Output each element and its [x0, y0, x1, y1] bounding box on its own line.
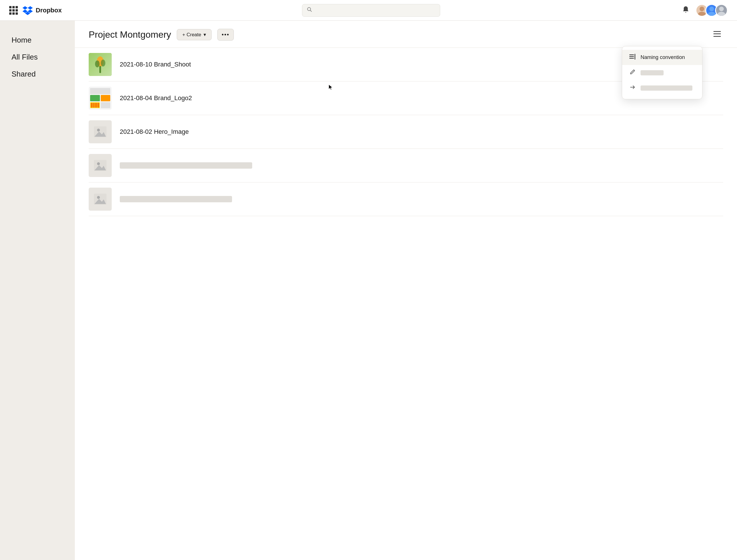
- svg-point-15: [95, 60, 100, 67]
- file-name: 2021-08-02 Hero_Image: [120, 128, 189, 136]
- file-name-placeholder: [120, 196, 232, 202]
- table-row[interactable]: [89, 182, 723, 216]
- naming-icon: [629, 54, 636, 61]
- avatar-user3[interactable]: [715, 4, 728, 17]
- file-thumbnail: [89, 53, 112, 76]
- file-thumbnail: [89, 87, 112, 110]
- svg-rect-29: [629, 58, 634, 59]
- svg-point-2: [700, 7, 704, 11]
- logo-area[interactable]: Dropbox: [22, 5, 62, 16]
- content-header: Project Montgomery + Create ▾ •••: [75, 21, 737, 48]
- svg-rect-28: [635, 54, 635, 60]
- sidebar-item-home[interactable]: Home: [7, 32, 68, 48]
- topbar-left: Dropbox: [9, 5, 62, 16]
- svg-rect-8: [713, 31, 721, 32]
- sidebar-item-all-files[interactable]: All Files: [7, 49, 68, 65]
- file-thumbnail: [89, 120, 112, 143]
- dropdown-item-naming-convention[interactable]: Naming convention: [622, 50, 702, 65]
- svg-rect-27: [629, 56, 634, 57]
- search-bar[interactable]: [302, 4, 440, 17]
- content-area: Project Montgomery + Create ▾ •••: [75, 21, 737, 560]
- image-placeholder-icon: [89, 188, 112, 211]
- image-placeholder-icon: [89, 120, 112, 143]
- plant-thumbnail: [89, 53, 112, 76]
- sidebar-nav: Home All Files Shared: [7, 32, 68, 82]
- image-placeholder-icon: [89, 154, 112, 177]
- file-thumbnail: [89, 154, 112, 177]
- svg-rect-26: [629, 54, 634, 55]
- svg-rect-14: [99, 66, 101, 73]
- search-icon: [307, 7, 312, 14]
- file-name: 2021-08-10 Brand_Shoot: [120, 61, 191, 68]
- more-options-label: •••: [222, 31, 229, 38]
- dropdown-item-edit[interactable]: [622, 65, 702, 80]
- chevron-down-icon: ▾: [203, 32, 206, 38]
- svg-point-7: [718, 12, 725, 16]
- topbar: Dropbox: [0, 0, 737, 21]
- svg-line-1: [310, 10, 312, 12]
- topbar-right: [681, 4, 728, 17]
- dropdown-item-placeholder: [641, 70, 664, 75]
- search-input[interactable]: [315, 8, 435, 13]
- dropdown-item-label: Naming convention: [641, 54, 685, 60]
- share-icon: [629, 84, 636, 92]
- edit-icon: [629, 69, 636, 76]
- logo-text: Dropbox: [36, 7, 62, 14]
- svg-point-5: [708, 12, 715, 16]
- notifications-button[interactable]: [681, 4, 691, 16]
- main-layout: Home All Files Shared Project Montgomery…: [0, 21, 737, 560]
- file-name: 2021-08-04 Brand_Logo2: [120, 94, 192, 102]
- dropbox-logo-icon: [22, 5, 33, 16]
- svg-point-21: [97, 162, 100, 165]
- file-thumbnail: [89, 188, 112, 211]
- sidebar-item-shared[interactable]: Shared: [7, 66, 68, 82]
- file-name-placeholder: [120, 162, 252, 169]
- user-avatars[interactable]: [696, 4, 728, 17]
- svg-point-24: [97, 196, 100, 199]
- dropdown-menu: Naming convention: [622, 46, 702, 99]
- sidebar: Home All Files Shared: [0, 21, 75, 560]
- list-view-button[interactable]: [711, 30, 723, 40]
- dropdown-item-placeholder: [641, 85, 692, 91]
- svg-rect-10: [713, 36, 721, 37]
- folder-title: Project Montgomery: [89, 29, 171, 40]
- more-options-button[interactable]: •••: [217, 29, 234, 41]
- table-row[interactable]: [89, 149, 723, 182]
- create-button[interactable]: + Create ▾: [177, 29, 212, 40]
- svg-point-3: [698, 12, 706, 16]
- svg-rect-9: [713, 33, 721, 34]
- svg-point-18: [97, 129, 100, 132]
- topbar-center: [62, 4, 681, 17]
- svg-point-6: [719, 7, 724, 11]
- table-row[interactable]: 2021-08-02 Hero_Image: [89, 115, 723, 149]
- create-button-label: + Create: [182, 32, 201, 38]
- grid-menu-icon[interactable]: [9, 6, 18, 15]
- svg-point-16: [101, 60, 105, 66]
- svg-point-4: [709, 7, 714, 11]
- dropdown-item-share[interactable]: [622, 80, 702, 96]
